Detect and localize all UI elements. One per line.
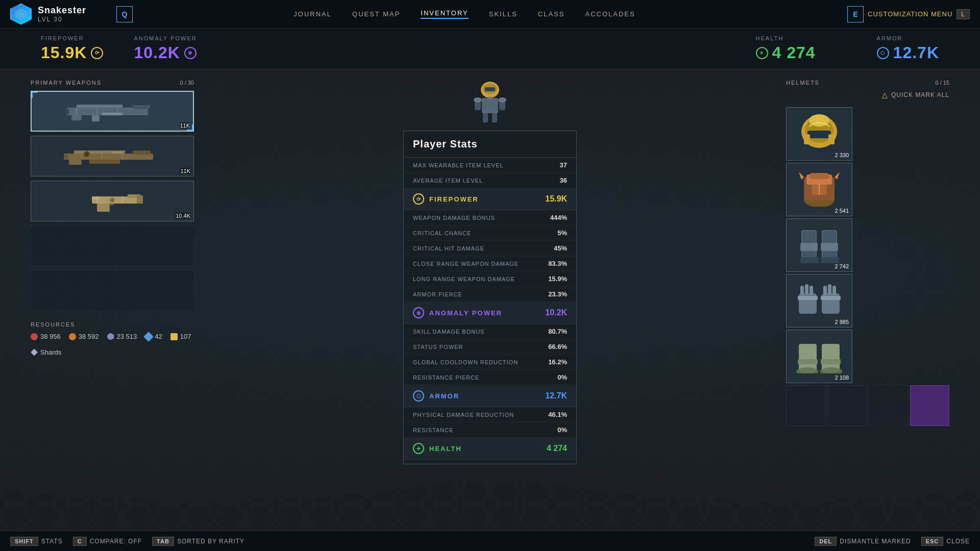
resource-value-6: Shards <box>40 348 61 356</box>
extra-slot-3[interactable] <box>869 385 908 426</box>
svg-rect-17 <box>89 160 120 164</box>
nav-quest-map[interactable]: QUEST MAP <box>352 10 400 18</box>
gloves-image-1 <box>791 278 847 324</box>
dismantle-action: DEL DISMANTLE MARKED <box>815 537 911 546</box>
resources-title: RESOURCES <box>31 321 76 328</box>
firepower-stat: FIREPOWER 15.9K ⟳ <box>41 35 103 62</box>
center-panel: Player Stats MAX WEARABLE ITEM LEVEL 37 … <box>204 80 776 520</box>
player-stats-body: MAX WEARABLE ITEM LEVEL 37 AVERAGE ITEM … <box>404 158 576 464</box>
health-icon: + <box>756 47 768 59</box>
weapon-slot-2[interactable]: 11K <box>31 136 194 177</box>
anomaly-section-value: 10.2K <box>545 308 567 317</box>
anomaly-label: ANOMALY POWER <box>134 35 197 41</box>
stat-weapon-damage-bonus: WEAPON DAMAGE BONUS 444% <box>404 210 576 226</box>
stat-avg-item: AVERAGE ITEM LEVEL 36 <box>404 173 576 188</box>
resource-value-5: 107 <box>180 333 191 340</box>
helmet-slot-4[interactable]: 2 985 <box>786 274 852 328</box>
sort-action: TAB SORTED BY RARITY <box>152 537 244 546</box>
firepower-section-title: FIREPOWER <box>429 195 540 203</box>
weapon-level-3: 10.4K <box>176 213 190 219</box>
character-silhouette <box>459 80 521 126</box>
weapons-panel: PRIMARY WEAPONS 0 / 30 11K <box>31 80 194 520</box>
top-navigation: Snakester LVL 30 Q JOURNAL QUEST MAP INV… <box>0 0 980 29</box>
helmet-slot-5[interactable]: 2 108 <box>786 330 852 383</box>
helmets-panel-title: HELMETS <box>786 80 820 86</box>
nav-class[interactable]: CLASS <box>538 10 565 18</box>
anomaly-icon: ⊕ <box>184 47 197 59</box>
resource-dot-4 <box>143 332 154 342</box>
nav-inventory[interactable]: INVENTORY <box>421 9 468 19</box>
armor-section-value: 12.7K <box>545 391 567 400</box>
extra-slot-4[interactable] <box>910 385 949 426</box>
max-wearable-label: MAX WEARABLE ITEM LEVEL <box>413 162 504 168</box>
compare-label: COMPARE: OFF <box>90 538 142 545</box>
helmet-level-5: 2 108 <box>835 374 849 381</box>
firepower-value: 15.9K ⟳ <box>41 43 103 62</box>
resource-value-1: 38 956 <box>40 333 61 340</box>
helmet-slot-3[interactable]: 2 742 <box>786 218 852 272</box>
svg-point-30 <box>111 198 114 201</box>
compare-action: C COMPARE: OFF <box>73 537 142 546</box>
firepower-label: FIREPOWER <box>41 35 103 41</box>
resource-dot-5 <box>170 333 178 340</box>
helmet-slot-2[interactable]: 2 541 <box>786 163 852 216</box>
svg-rect-63 <box>800 243 818 251</box>
extra-slot-2[interactable] <box>827 385 867 426</box>
key-e[interactable]: E <box>847 6 864 22</box>
shift-key: SHIFT <box>10 537 38 546</box>
svg-rect-14 <box>133 151 151 155</box>
weapon-slot-1[interactable]: 11K <box>31 91 194 132</box>
firepower-section-header: ⟳ FIREPOWER 15.9K <box>404 188 576 210</box>
extra-slots-row <box>786 385 949 426</box>
resources-header: RESOURCES <box>31 321 194 328</box>
svg-rect-8 <box>66 109 69 114</box>
stat-resistance-pierce: RESISTANCE PIERCE 0% <box>404 370 576 385</box>
nav-journal[interactable]: JOURNAL <box>293 10 332 18</box>
weapon-empty-2[interactable] <box>31 270 194 311</box>
resource-value-3: 23 513 <box>117 333 137 340</box>
close-label: CLOSE <box>946 538 970 545</box>
resource-6: Shards <box>31 348 61 356</box>
del-key: DEL <box>815 537 837 546</box>
esc-key: ESC <box>921 537 944 546</box>
health-stat: HEALTH + 4 274 <box>756 35 816 62</box>
helmet-level-2: 2 541 <box>835 208 849 214</box>
resource-3: 23 513 <box>107 333 137 340</box>
stats-action: SHIFT STATS <box>10 537 63 546</box>
health-value: + 4 274 <box>756 43 816 62</box>
firepower-section-icon: ⟳ <box>413 193 424 205</box>
nav-skills[interactable]: SKILLS <box>489 10 518 18</box>
svg-rect-79 <box>798 359 818 364</box>
bottom-bar: SHIFT STATS C COMPARE: OFF TAB SORTED BY… <box>0 531 980 551</box>
anomaly-section-header: ⊕ ANOMALY POWER 10.2K <box>404 302 576 324</box>
svg-rect-34 <box>137 195 143 204</box>
svg-rect-74 <box>832 286 836 295</box>
resource-dot-3 <box>107 333 114 340</box>
quick-mark-all-button[interactable]: △ QUICK MARK ALL <box>882 91 949 99</box>
weapon-image-2 <box>61 142 163 170</box>
player-stats-header: Player Stats <box>404 131 576 158</box>
extra-slot-1[interactable] <box>786 385 825 426</box>
quick-mark-icon: △ <box>882 91 888 99</box>
right-stats: HEALTH + 4 274 ARMOR ⬡ 12.7K <box>756 35 939 62</box>
stat-phys-reduction: PHYSICAL DAMAGE REDUCTION 46.1% <box>404 407 576 422</box>
svg-rect-75 <box>798 296 818 300</box>
helmet-slot-1[interactable]: 2 330 <box>786 107 852 161</box>
max-wearable-value: 37 <box>560 161 567 169</box>
svg-rect-5 <box>71 115 82 120</box>
nav-accolades[interactable]: ACCOLADES <box>585 10 635 18</box>
customization-menu[interactable]: CUSTOMIZATION MENU L <box>868 9 970 19</box>
svg-point-19 <box>85 153 88 156</box>
svg-rect-51 <box>828 134 835 144</box>
anomaly-section-title: ANOMALY POWER <box>429 309 540 317</box>
stat-close-range: CLOSE RANGE WEAPON DAMAGE 83.3% <box>404 256 576 271</box>
weapon-slot-3[interactable]: 10.4K <box>31 181 194 221</box>
legs-image-1 <box>791 222 847 268</box>
armor-icon: ⬡ <box>877 47 889 59</box>
svg-rect-42 <box>492 113 497 122</box>
armor-label: ARMOR <box>877 35 939 41</box>
health-label: HEALTH <box>756 35 816 41</box>
key-l: L <box>957 9 970 19</box>
weapon-empty-1[interactable] <box>31 226 194 266</box>
armor-stat: ARMOR ⬡ 12.7K <box>877 35 939 62</box>
